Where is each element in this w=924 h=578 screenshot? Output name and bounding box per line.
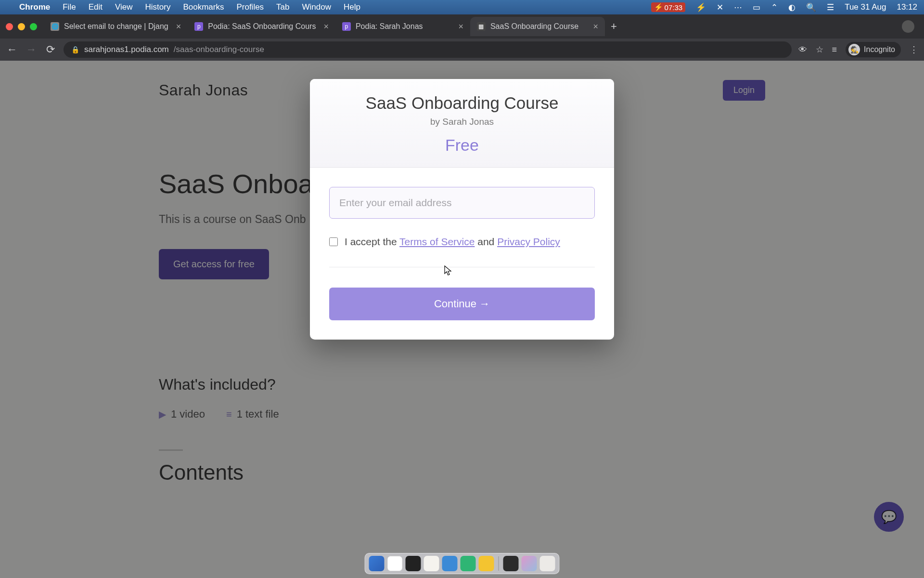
podia-icon: p xyxy=(194,22,203,31)
menu-profiles[interactable]: Profiles xyxy=(236,2,264,12)
dock-trash[interactable] xyxy=(540,556,555,571)
window-close[interactable] xyxy=(6,23,13,30)
siri-icon[interactable]: ☰ xyxy=(827,2,834,13)
dock-notes[interactable] xyxy=(424,556,439,571)
close-icon[interactable]: × xyxy=(593,22,598,32)
menu-edit[interactable]: Edit xyxy=(89,2,103,12)
new-tab-button[interactable]: + xyxy=(605,20,623,33)
wifi-icon[interactable]: ⌃ xyxy=(771,2,778,13)
dock-chrome[interactable] xyxy=(387,556,403,571)
accept-checkbox[interactable] xyxy=(329,237,338,246)
window-maximize[interactable] xyxy=(30,23,37,30)
tab-1[interactable]: p Podia: SaaS Onboarding Cours × xyxy=(188,17,335,36)
incognito-chip[interactable]: 🕵 Incognito xyxy=(846,42,901,57)
accept-prefix: I accept the xyxy=(345,236,399,247)
tab-0[interactable]: 🌐 Select email to change | Djang × xyxy=(44,17,188,36)
menu-bookmarks[interactable]: Bookmarks xyxy=(183,2,224,12)
modal-price: Free xyxy=(324,136,600,155)
modal-byline: by Sarah Jonas xyxy=(324,117,600,127)
dock-app-4[interactable] xyxy=(522,556,537,571)
address-bar: ← → ⟳ 🔒 sarahjonas1.podia.com/saas-onboa… xyxy=(0,39,924,61)
url-host: sarahjonas1.podia.com xyxy=(84,45,169,54)
accept-label: I accept the Terms of Service and Privac… xyxy=(345,236,560,248)
tab-label: SaaS Onboarding Course xyxy=(490,22,585,31)
menu-view[interactable]: View xyxy=(115,2,133,12)
menubar-clock[interactable]: 13:12 xyxy=(897,2,917,12)
menu-file[interactable]: File xyxy=(63,2,76,12)
dock-quicktime[interactable] xyxy=(442,556,458,571)
continue-button[interactable]: Continue → xyxy=(329,288,595,320)
menu-tab[interactable]: Tab xyxy=(276,2,289,12)
battery-icon[interactable]: ▭ xyxy=(753,2,760,13)
battery-status[interactable]: ⚡07:33 xyxy=(651,2,686,12)
status-icon-1[interactable]: ⚡ xyxy=(696,2,706,13)
star-icon[interactable]: ☆ xyxy=(816,44,823,55)
close-icon[interactable]: × xyxy=(458,22,463,32)
accept-row: I accept the Terms of Service and Privac… xyxy=(329,236,595,267)
status-icon-2[interactable]: ✕ xyxy=(717,2,723,13)
dock-app-1[interactable] xyxy=(461,556,476,571)
lock-icon[interactable]: 🔒 xyxy=(71,46,79,53)
site-icon: ▦ xyxy=(477,22,486,31)
modal-title: SaaS Onboarding Course xyxy=(324,93,600,113)
tab-3-active[interactable]: ▦ SaaS Onboarding Course × xyxy=(470,17,605,36)
macos-menubar: Chrome File Edit View History Bookmarks … xyxy=(0,0,924,14)
dock-app-2[interactable] xyxy=(479,556,494,571)
macos-dock xyxy=(365,553,560,574)
email-input[interactable] xyxy=(329,187,595,219)
page-viewport: Sarah Jonas Login SaaS Onboard This is a… xyxy=(0,61,924,578)
tab-2[interactable]: p Podia: Sarah Jonas × xyxy=(335,17,470,36)
incognito-hat-icon: 🕵 xyxy=(848,44,860,55)
window-controls xyxy=(6,23,37,30)
privacy-link[interactable]: Privacy Policy xyxy=(497,236,560,247)
signup-modal: SaaS Onboarding Course by Sarah Jonas Fr… xyxy=(310,79,614,340)
omnibox[interactable]: 🔒 sarahjonas1.podia.com/saas-onboarding-… xyxy=(64,41,792,58)
menubar-date[interactable]: Tue 31 Aug xyxy=(845,2,886,12)
incognito-label: Incognito xyxy=(864,45,895,54)
spotlight-icon[interactable]: 🔍 xyxy=(806,2,816,13)
back-button[interactable]: ← xyxy=(6,43,18,56)
globe-icon: 🌐 xyxy=(51,22,59,31)
menu-help[interactable]: Help xyxy=(344,2,360,12)
eye-off-icon[interactable]: 👁 xyxy=(798,45,807,55)
dock-separator xyxy=(499,556,499,571)
reading-list-icon[interactable]: ≡ xyxy=(832,45,837,55)
dock-terminal[interactable] xyxy=(406,556,421,571)
kebab-menu-icon[interactable]: ⋮ xyxy=(910,44,918,55)
close-icon[interactable]: × xyxy=(323,22,329,32)
tab-label: Podia: Sarah Jonas xyxy=(356,22,450,31)
menu-history[interactable]: History xyxy=(145,2,170,12)
podia-icon: p xyxy=(342,22,351,31)
tab-label: Select email to change | Djang xyxy=(64,22,168,31)
modal-header: SaaS Onboarding Course by Sarah Jonas Fr… xyxy=(310,79,614,168)
control-center-icon[interactable]: ◐ xyxy=(788,2,796,13)
window-minimize[interactable] xyxy=(18,23,25,30)
modal-body: I accept the Terms of Service and Privac… xyxy=(310,168,614,340)
menu-window[interactable]: Window xyxy=(302,2,331,12)
app-name[interactable]: Chrome xyxy=(19,2,50,12)
status-icon-3[interactable]: ⋯ xyxy=(734,2,742,13)
tab-label: Podia: SaaS Onboarding Cours xyxy=(208,22,316,31)
close-icon[interactable]: × xyxy=(176,22,181,32)
tab-strip: 🌐 Select email to change | Djang × p Pod… xyxy=(0,14,924,39)
forward-button[interactable]: → xyxy=(25,43,38,56)
dock-finder[interactable] xyxy=(369,556,385,571)
dock-app-3[interactable] xyxy=(503,556,519,571)
chrome-window: 🌐 Select email to change | Djang × p Pod… xyxy=(0,14,924,578)
accept-and: and xyxy=(475,236,497,247)
incognito-indicator-icon[interactable] xyxy=(902,20,914,33)
reload-button[interactable]: ⟳ xyxy=(44,43,57,56)
tos-link[interactable]: Terms of Service xyxy=(399,236,475,247)
url-path: /saas-onboarding-course xyxy=(174,45,264,54)
